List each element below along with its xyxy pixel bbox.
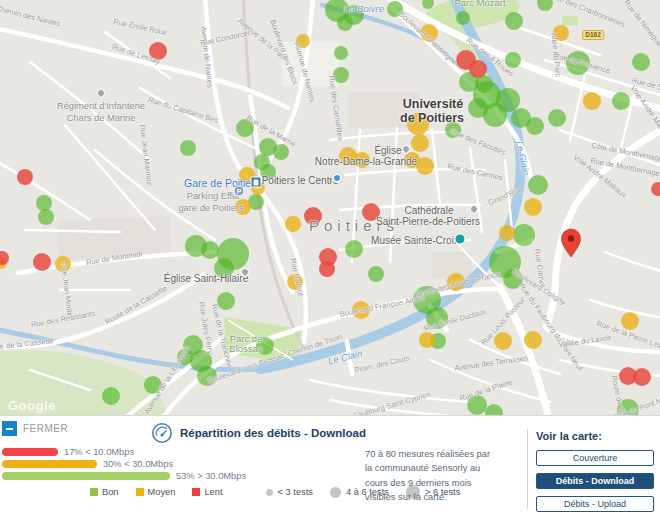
- map-layer-button-couverture[interactable]: Couverture: [536, 450, 654, 466]
- measurement-dot-good: [180, 140, 196, 156]
- measurement-dot-good: [513, 224, 535, 246]
- speed-bar-label: 17% < 10.0Mbps: [64, 447, 134, 457]
- speed-bar-row: 17% < 10.0Mbps: [2, 446, 246, 458]
- legend-quality-item: Bon: [90, 487, 119, 497]
- speed-bar: [2, 448, 58, 456]
- measurement-dot-medium: [407, 113, 429, 135]
- legend-label: < 3 tests: [278, 487, 313, 497]
- measurement-dot-good: [337, 15, 353, 31]
- legend-label: Lent: [204, 487, 222, 497]
- measurement-dot-medium: [411, 134, 429, 152]
- measurement-dot-medium: [235, 199, 251, 215]
- measurement-dot-good: [368, 266, 384, 282]
- measurement-dot-good: [445, 122, 461, 138]
- measurement-dot-medium: [524, 331, 542, 349]
- collapse-button[interactable]: [2, 421, 17, 436]
- measurement-dot-slow: [304, 207, 322, 225]
- legend-tests-circle: [330, 487, 341, 498]
- measurement-dot-medium: [352, 301, 370, 319]
- measurement-dot-good: [632, 53, 650, 71]
- measurement-dot-good: [214, 258, 234, 278]
- measurement-dot-good: [36, 195, 52, 211]
- legend-tests-item: < 3 tests: [266, 487, 313, 497]
- measurement-dot-slow: [633, 368, 651, 386]
- speed-bar-row: 30% < 30.0Mbps: [2, 458, 246, 470]
- measurement-dot-medium: [287, 274, 303, 290]
- speed-bar-label: 53% > 30.0Mbps: [176, 471, 246, 481]
- collapse-label[interactable]: FERMER: [23, 423, 68, 434]
- legend-label: Moyen: [148, 487, 176, 497]
- measurement-dot-medium: [420, 24, 438, 42]
- view-map-heading: Voir la carte:: [536, 430, 654, 442]
- measurement-dot-good: [345, 240, 363, 258]
- measurement-dot-good: [612, 92, 630, 110]
- legend-quality-item: Moyen: [136, 487, 176, 497]
- measurement-dot-good: [387, 1, 403, 17]
- map-layer-button-d-bits-upload[interactable]: Débits - Upload: [536, 496, 654, 512]
- measurement-dot-good: [260, 164, 276, 180]
- map-canvas[interactable]: La BoivreLe ClainLe ClainPoitiersUnivers…: [0, 0, 660, 417]
- divider: [527, 429, 528, 509]
- measurement-dot-slow: [149, 42, 167, 60]
- measurement-dot-good: [548, 109, 566, 127]
- measurement-dot-medium: [524, 198, 542, 216]
- measurement-dot-medium: [251, 181, 265, 195]
- measurement-dot-medium: [339, 147, 357, 165]
- measurement-dot-medium: [55, 256, 71, 272]
- app-root: La BoivreLe ClainLe ClainPoitiersUnivers…: [0, 0, 660, 517]
- speed-bar: [2, 472, 170, 480]
- measurement-dot-medium: [553, 25, 569, 41]
- measurement-note: 70 à 80 mesures réalisées par la communa…: [365, 447, 497, 505]
- basemap: [0, 0, 660, 417]
- measurement-dot-medium: [583, 92, 601, 110]
- measurement-dot-good: [456, 11, 470, 25]
- map-layer-button-d-bits-download[interactable]: Débits - Download: [536, 473, 654, 489]
- map-layer-buttons: CouvertureDébits - DownloadDébits - Uplo…: [536, 450, 654, 512]
- measurement-dot-good: [566, 51, 590, 75]
- measurement-dot-good: [38, 209, 54, 225]
- speed-bar-label: 30% < 30.0Mbps: [103, 459, 173, 469]
- measurement-dot-good: [426, 307, 448, 329]
- legend-label: Bon: [102, 487, 119, 497]
- google-logo: Google: [8, 398, 56, 413]
- measurement-dot-good: [526, 117, 544, 135]
- minus-icon: [6, 428, 13, 430]
- measurement-dot-good: [467, 395, 487, 415]
- speed-bar: [2, 460, 97, 468]
- legend-color-swatch: [192, 488, 200, 496]
- speedometer-icon: [151, 422, 173, 444]
- measurement-dot-medium: [419, 332, 435, 348]
- measurement-dot-slow: [33, 253, 51, 271]
- measurement-dot-good: [144, 376, 162, 394]
- measurement-dot-good: [201, 241, 219, 259]
- measurement-dot-good: [528, 175, 548, 195]
- measurement-dot-good: [503, 269, 523, 289]
- measurement-dot-medium: [285, 216, 301, 232]
- measurement-dot-good: [256, 337, 274, 355]
- measurement-dot-good: [217, 292, 235, 310]
- legend-tests-circle: [266, 489, 273, 496]
- measurement-dot-good: [505, 52, 521, 68]
- bottom-panel: FERMER Répartition des débits - Download…: [0, 415, 660, 517]
- measurement-dot-good: [102, 387, 120, 405]
- measurement-dot-medium: [296, 34, 310, 48]
- speed-distribution-bars: 17% < 10.0Mbps30% < 30.0Mbps53% > 30.0Mb…: [2, 446, 246, 482]
- measurement-dot-medium: [239, 167, 255, 183]
- panel-title: Répartition des débits - Download: [180, 427, 366, 439]
- measurement-dot-medium: [621, 312, 639, 330]
- measurement-dot-good: [468, 98, 488, 118]
- measurement-dot-good: [177, 349, 193, 365]
- measurement-dot-good: [505, 12, 523, 30]
- measurement-dot-good: [334, 46, 348, 60]
- measurement-dot-slow: [469, 60, 487, 78]
- measurement-dot-slow: [362, 203, 380, 221]
- measurement-dot-medium: [499, 225, 515, 241]
- measurement-dot-medium: [494, 332, 512, 350]
- measurement-dot-medium: [354, 152, 370, 168]
- measurement-dot-slow: [319, 261, 335, 277]
- legend-color-swatch: [90, 488, 98, 496]
- measurement-dot-good: [333, 67, 349, 83]
- measurement-dot-medium: [447, 273, 465, 291]
- legend-color-swatch: [136, 488, 144, 496]
- measurement-dot-medium: [416, 157, 434, 175]
